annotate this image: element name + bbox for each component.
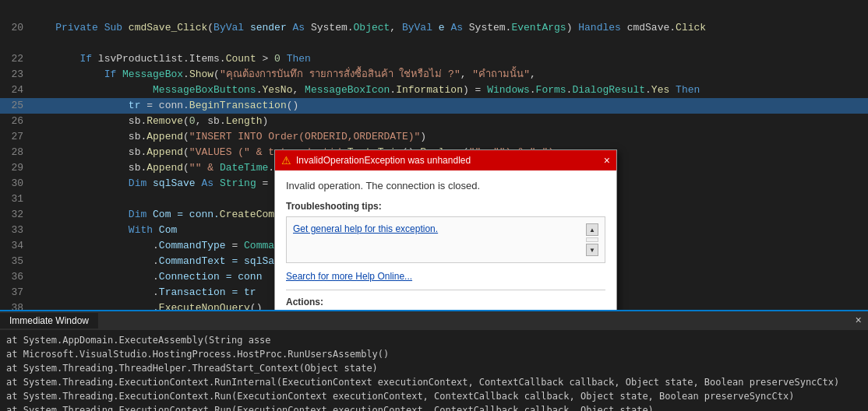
immediate-window-tab[interactable]: Immediate Window [0,313,98,328]
troubleshoot-title: Troubleshooting tips: [286,201,605,212]
line-number: 23 [0,67,31,83]
line-content: Private Sub cmdSave_Click(ByVal sender A… [31,20,868,36]
troubleshoot-scrollbar: ▲ ▼ [586,223,598,256]
line-content: MessageBoxButtons.YesNo, MessageBoxIcon.… [31,83,868,98]
line-number: 32 [0,207,31,223]
line-content: sb.Remove(0, sb.Length) [31,114,868,129]
exception-dialog: ⚠ InvalidOperationException was unhandle… [274,149,617,310]
line-number: 38 [0,300,31,310]
scroll-up-button[interactable]: ▲ [586,223,598,236]
dialog-title-text: InvalidOperationException was unhandled [296,155,471,166]
help-online-link[interactable]: Search for more Help Online... [286,271,605,282]
line-number: 26 [0,114,31,129]
line-content: sb.Append("INSERT INTO Order(ORDERID,ORD… [31,129,868,145]
dialog-actions: Actions: View Detail... Copy exception d… [286,290,605,310]
line-number: 20 [0,20,31,36]
code-line: 24 MessageBoxButtons.YesNo, MessageBoxIc… [0,83,868,98]
line-number: 28 [0,145,31,160]
line-content: tr = conn.BeginTransaction() [31,98,868,114]
code-line: 27 sb.Append("INSERT INTO Order(ORDERID,… [0,129,868,145]
line-number: 27 [0,129,31,145]
line-number: 37 [0,285,31,300]
code-line: 23 If MessageBox.Show("คุณต้องการบันทึก … [0,67,868,83]
line-number: 30 [0,176,31,191]
stack-trace-line: at System.Threading.ExecutionContext.Run… [6,403,862,411]
dialog-error-message: Invalid operation. The connection is clo… [286,180,605,191]
stack-trace-line: at System.Threading.ExecutionContext.Run… [6,389,862,403]
panel-content: at System.AppDomain.ExecuteAssembly(Stri… [0,330,868,411]
scroll-down-button[interactable]: ▼ [586,244,598,256]
dialog-body: Invalid operation. The connection is clo… [275,170,616,310]
troubleshoot-box: Get general help for this exception. ▲ ▼ [286,216,605,263]
line-number: 22 [0,51,31,67]
stack-trace-line: at Microsoft.VisualStudio.HostingProcess… [6,347,862,361]
code-line: 20 Private Sub cmdSave_Click(ByVal sende… [0,20,868,36]
troubleshoot-link[interactable]: Get general help for this exception. [293,223,586,256]
bottom-panel: Immediate Window × at System.AppDomain.E… [0,310,868,411]
line-content: If MessageBox.Show("คุณต้องการบันทึก ราย… [31,67,868,83]
code-editor: 20 Private Sub cmdSave_Click(ByVal sende… [0,0,868,310]
panel-close-button[interactable]: × [849,313,868,328]
line-number: 35 [0,254,31,269]
panel-tab-bar: Immediate Window × [0,311,868,330]
line-number: 25 [0,98,31,114]
actions-title: Actions: [286,297,605,307]
line-number: 33 [0,223,31,238]
code-line [0,5,868,20]
dialog-close-button[interactable]: × [604,154,610,167]
scroll-track [586,237,598,242]
code-line: 25 tr = conn.BeginTransaction() [0,98,868,114]
line-number: 34 [0,238,31,254]
warning-icon: ⚠ [281,154,291,167]
code-line: 26 sb.Remove(0, sb.Length) [0,114,868,129]
line-number: 36 [0,269,31,285]
line-number: 29 [0,160,31,176]
code-line: 22 If lsvProductlist.Items.Count > 0 The… [0,51,868,67]
stack-trace-line: at System.Threading.ThreadHelper.ThreadS… [6,361,862,375]
line-content: If lsvProductlist.Items.Count > 0 Then [31,51,868,67]
dialog-titlebar: ⚠ InvalidOperationException was unhandle… [275,150,616,170]
line-number: 24 [0,83,31,98]
stack-trace-line: at System.AppDomain.ExecuteAssembly(Stri… [6,333,862,347]
code-line [0,36,868,51]
stack-trace-line: at System.Threading.ExecutionContext.Run… [6,375,862,389]
